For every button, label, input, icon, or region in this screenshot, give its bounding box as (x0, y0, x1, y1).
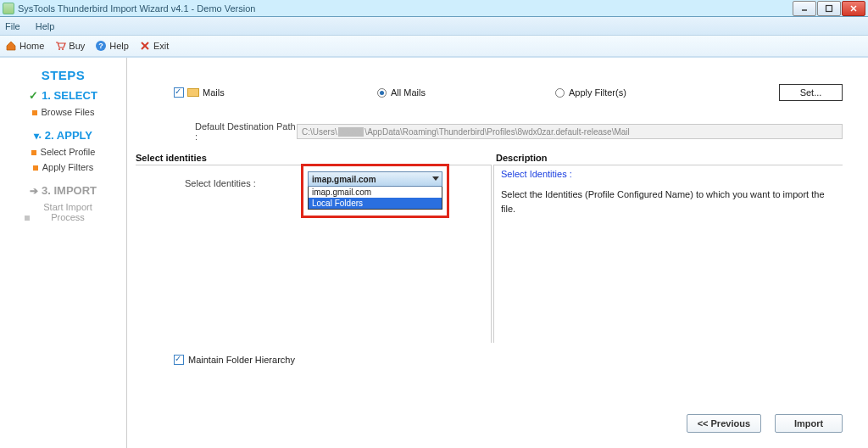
check-icon: ✓ (29, 89, 38, 102)
toolbar-help-label: Help (109, 41, 129, 51)
import-button[interactable]: Import (775, 414, 843, 433)
previous-button[interactable]: << Previous (687, 414, 761, 433)
window-title: SysTools Thunderbird Import Wizard v4.1 … (18, 3, 792, 14)
identities-option[interactable]: Local Folders (309, 198, 442, 209)
svg-point-4 (58, 48, 60, 50)
main-panel: Mails All Mails Apply Filter(s) Set... D… (127, 58, 868, 448)
toolbar: Home Buy ? Help Exit (0, 36, 868, 58)
description-title: Select Identities : (501, 169, 836, 179)
apply-filters-label: Apply Filter(s) (569, 87, 626, 98)
substep-start-import[interactable]: Start Import Process (7, 202, 120, 222)
step-2-label: 2. APPLY (45, 129, 92, 142)
arrow-right-icon: ➔ (30, 185, 38, 197)
identities-dropdown-selected: imap.gmail.com (312, 175, 376, 184)
default-destination-label: Default Destination Path : (195, 121, 297, 142)
mails-checkbox[interactable] (174, 87, 184, 98)
toolbar-home[interactable]: Home (5, 40, 44, 52)
substep-select-profile[interactable]: Select Profile (7, 147, 120, 157)
minimize-button[interactable] (793, 1, 816, 16)
bullet-icon (33, 165, 38, 171)
set-button[interactable]: Set... (779, 84, 843, 101)
description-text: Select the Identities (Profile Configure… (501, 188, 836, 216)
identities-dropdown-highlight: imap.gmail.com imap.gmail.com Local Fold… (301, 164, 449, 218)
maintain-hierarchy-checkbox[interactable] (174, 355, 184, 365)
maintain-hierarchy-label: Maintain Folder Hierarchy (188, 355, 295, 365)
menu-help[interactable]: Help (36, 21, 55, 31)
step-3-import[interactable]: ➔ 3. IMPORT (7, 184, 120, 197)
all-mails-label: All Mails (391, 87, 426, 98)
step-1-label: 1. SELECT (42, 89, 97, 102)
maximize-button[interactable] (817, 1, 841, 16)
all-mails-radio[interactable] (377, 88, 387, 98)
redacted-username: XXXX (338, 127, 364, 137)
toolbar-help[interactable]: ? Help (95, 40, 129, 52)
identities-dropdown[interactable]: imap.gmail.com (308, 171, 442, 187)
titlebar: SysTools Thunderbird Import Wizard v4.1 … (0, 0, 868, 17)
svg-text:?: ? (99, 42, 104, 50)
bullet-icon (25, 216, 30, 221)
default-destination-input[interactable]: C:\Users\XXXX\AppData\Roaming\Thunderbir… (297, 124, 843, 139)
toolbar-exit[interactable]: Exit (139, 40, 169, 52)
menu-file[interactable]: File (5, 21, 20, 31)
toolbar-home-label: Home (19, 41, 44, 51)
chevron-down-icon (432, 176, 439, 181)
exit-icon (139, 40, 151, 52)
step-3-label: 3. IMPORT (42, 184, 97, 197)
description-panel: Select Identities : Select the Identitie… (493, 165, 843, 343)
description-section-label: Description (496, 153, 548, 163)
toolbar-exit-label: Exit (153, 41, 169, 51)
menubar: File Help (0, 17, 868, 36)
identities-dropdown-list: imap.gmail.com Local Folders (308, 187, 442, 210)
window-controls (792, 1, 865, 16)
app-icon (3, 3, 14, 14)
svg-rect-1 (826, 5, 832, 11)
substep-apply-filters[interactable]: Apply Filters (7, 162, 120, 172)
mails-label: Mails (203, 87, 225, 98)
steps-sidebar: STEPS ✓ 1. SELECT Browse Files ▾▪ 2. APP… (0, 58, 127, 448)
substep-browse-files[interactable]: Browse Files (7, 107, 120, 117)
mail-folder-icon (187, 88, 199, 97)
bullet-icon (31, 150, 36, 155)
svg-point-5 (62, 48, 64, 50)
home-icon (5, 40, 17, 52)
toolbar-buy[interactable]: Buy (54, 40, 85, 52)
filter-icon: ▾▪ (34, 130, 42, 142)
identities-option[interactable]: imap.gmail.com (309, 187, 442, 198)
close-button[interactable] (842, 1, 865, 16)
bullet-icon (32, 110, 37, 115)
select-identities-section-label: Select identities (136, 153, 207, 163)
step-2-apply[interactable]: ▾▪ 2. APPLY (7, 129, 120, 142)
cart-icon (54, 40, 66, 52)
select-identities-label: Select Identities : (185, 178, 256, 188)
steps-heading: STEPS (7, 68, 120, 82)
toolbar-buy-label: Buy (69, 41, 85, 51)
step-1-select[interactable]: ✓ 1. SELECT (7, 89, 120, 102)
help-icon: ? (95, 40, 107, 52)
apply-filters-radio[interactable] (555, 88, 565, 98)
